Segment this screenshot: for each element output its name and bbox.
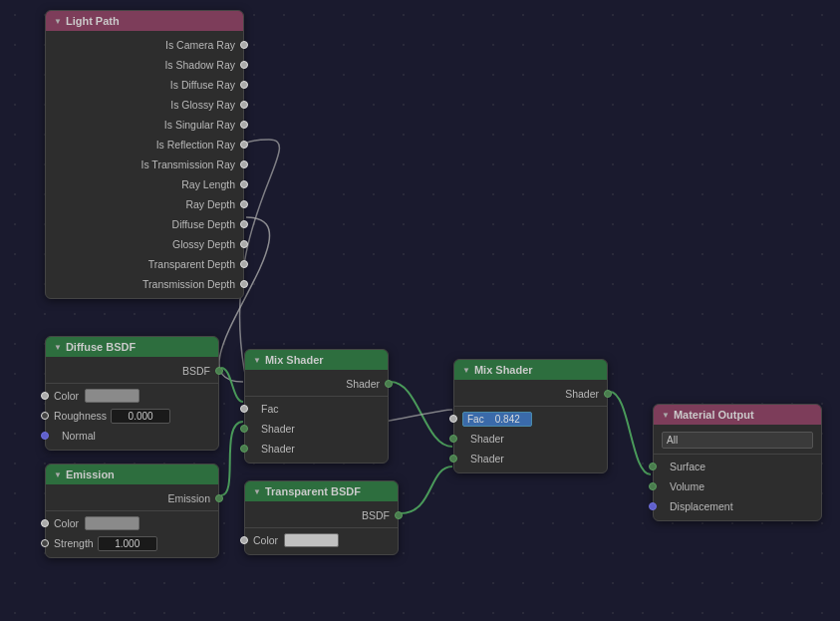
socket-bsdf-out[interactable]: [215, 367, 223, 375]
light-path-header[interactable]: ▼ Light Path: [46, 11, 243, 31]
socket-row-transparentdepth: Transparent Depth: [46, 254, 243, 274]
socket-displacement[interactable]: [649, 502, 657, 510]
transparent-bsdf-node: ▼ Transparent BSDF BSDF Color: [244, 480, 399, 555]
socket-row-transmissiondepth: Transmission Depth: [46, 274, 243, 294]
collapse-icon[interactable]: ▼: [54, 17, 62, 26]
socket-color-in[interactable]: [41, 392, 49, 400]
socket-transmission-depth[interactable]: [240, 280, 248, 288]
mix-shader-1-node: ▼ Mix Shader Shader Fac Shader Shader: [244, 349, 389, 464]
socket-singular-ray[interactable]: [240, 121, 248, 129]
socket-reflection-ray[interactable]: [240, 141, 248, 149]
transparent-bsdf-header[interactable]: ▼ Transparent BSDF: [245, 481, 398, 501]
color-swatch[interactable]: [85, 389, 140, 403]
mix-shader-2-header[interactable]: ▼ Mix Shader: [454, 360, 607, 380]
socket-glossy-depth[interactable]: [240, 240, 248, 248]
socket-row-bsdf-out: BSDF: [46, 361, 218, 381]
emission-body: Emission Color Strength: [46, 484, 218, 557]
tbsdf-out-label: BSDF: [362, 509, 390, 521]
socket-volume[interactable]: [649, 482, 657, 490]
diffuse-bsdf-header[interactable]: ▼ Diffuse BSDF: [46, 337, 218, 357]
socket-row-tbsdf-out: BSDF: [245, 505, 398, 525]
emission-collapse-icon[interactable]: ▼: [54, 470, 62, 479]
socket-ray-depth[interactable]: [240, 200, 248, 208]
material-output-title: Material Output: [674, 409, 754, 421]
mix1-fac-label: Fac: [261, 403, 279, 415]
tbsdf-color-swatch[interactable]: [284, 533, 339, 547]
transparent-bsdf-title: Transparent BSDF: [265, 485, 361, 497]
socket-row-tbsdf-color: Color: [245, 530, 398, 550]
socket-row-emission-out: Emission: [46, 488, 218, 508]
socket-row-mix2-fac: Fac 0.842: [454, 409, 607, 429]
socket-row-volume: Volume: [654, 476, 821, 496]
socket-transmission-ray[interactable]: [240, 160, 248, 168]
socket-mix2-fac[interactable]: [449, 415, 457, 423]
socket-row-strength: Strength: [46, 533, 218, 553]
mix-shader-1-header[interactable]: ▼ Mix Shader: [245, 350, 388, 370]
socket-emission-out[interactable]: [215, 494, 223, 502]
socket-surface[interactable]: [649, 463, 657, 470]
transparent-depth-label: Transparent Depth: [148, 258, 235, 270]
socket-mix2-shader-out[interactable]: [604, 390, 612, 398]
mix2-fac-value[interactable]: Fac 0.842: [462, 412, 532, 427]
shadow-ray-label: Is Shadow Ray: [164, 59, 235, 71]
light-path-title: Light Path: [66, 15, 120, 27]
socket-roughness-in[interactable]: [41, 412, 49, 420]
socket-diffuse-depth[interactable]: [240, 220, 248, 228]
socket-camera-ray[interactable]: [240, 41, 248, 49]
displacement-label: Displacement: [670, 500, 733, 512]
socket-glossy-ray[interactable]: [240, 101, 248, 109]
mix2-shader-out-label: Shader: [565, 388, 599, 400]
socket-strength-in[interactable]: [41, 539, 49, 547]
socket-emission-color-in[interactable]: [41, 519, 49, 527]
matout-collapse-icon[interactable]: ▼: [662, 411, 670, 420]
transparent-collapse-icon[interactable]: ▼: [253, 487, 261, 496]
socket-mix1-shader1[interactable]: [240, 425, 248, 433]
socket-mix2-shader1[interactable]: [449, 435, 457, 443]
roughness-label: Roughness: [54, 410, 107, 422]
socket-row-mix1-shader1: Shader: [245, 419, 388, 439]
socket-mix1-shader2[interactable]: [240, 445, 248, 453]
ray-depth-label: Ray Depth: [185, 198, 235, 210]
transparent-bsdf-body: BSDF Color: [245, 501, 398, 554]
emission-color-swatch[interactable]: [85, 516, 140, 530]
mix1-collapse-icon[interactable]: ▼: [253, 356, 261, 365]
socket-mix2-shader2[interactable]: [449, 455, 457, 463]
socket-row-raydepth: Ray Depth: [46, 194, 243, 214]
strength-input[interactable]: [98, 536, 157, 551]
material-output-dropdown[interactable]: All Surface Volume: [662, 432, 813, 449]
socket-row-diffusedepth: Diffuse Depth: [46, 214, 243, 234]
socket-normal-in[interactable]: [41, 432, 49, 440]
mix-shader-2-title: Mix Shader: [474, 364, 533, 376]
socket-tbsdf-out[interactable]: [395, 511, 403, 519]
socket-row-transmission: Is Transmission Ray: [46, 155, 243, 174]
material-output-dropdown-row: All Surface Volume: [654, 429, 821, 452]
glossy-depth-label: Glossy Depth: [172, 238, 235, 250]
emission-header[interactable]: ▼ Emission: [46, 465, 218, 484]
roughness-input[interactable]: [111, 409, 170, 424]
emission-out-label: Emission: [167, 492, 210, 504]
socket-tbsdf-color-in[interactable]: [240, 536, 248, 544]
socket-row-mix1-shader-out: Shader: [245, 374, 388, 394]
singular-ray-label: Is Singular Ray: [164, 119, 235, 131]
mix2-collapse-icon[interactable]: ▼: [462, 366, 470, 375]
socket-row-diffuse: Is Diffuse Ray: [46, 75, 243, 95]
diffuse-ray-label: Is Diffuse Ray: [170, 79, 235, 91]
socket-mix1-fac[interactable]: [240, 405, 248, 413]
socket-ray-length[interactable]: [240, 180, 248, 188]
socket-row-normal: Normal: [46, 426, 218, 446]
socket-row-mix2-shader-out: Shader: [454, 384, 607, 404]
socket-diffuse-ray[interactable]: [240, 81, 248, 89]
socket-row-glossy: Is Glossy Ray: [46, 95, 243, 115]
mix-shader-1-body: Shader Fac Shader Shader: [245, 370, 388, 463]
socket-transparent-depth[interactable]: [240, 260, 248, 268]
mix2-shader1-label: Shader: [470, 433, 504, 445]
emission-node: ▼ Emission Emission Color Strength: [45, 464, 219, 558]
diffuse-collapse-icon[interactable]: ▼: [54, 343, 62, 352]
socket-mix1-shader-out[interactable]: [385, 380, 393, 388]
socket-row-color: Color: [46, 386, 218, 406]
diffuse-bsdf-title: Diffuse BSDF: [66, 341, 136, 353]
socket-shadow-ray[interactable]: [240, 61, 248, 69]
socket-row-raylength: Ray Length: [46, 174, 243, 194]
material-output-header[interactable]: ▼ Material Output: [654, 405, 821, 425]
socket-row-mix2-shader1: Shader: [454, 429, 607, 449]
